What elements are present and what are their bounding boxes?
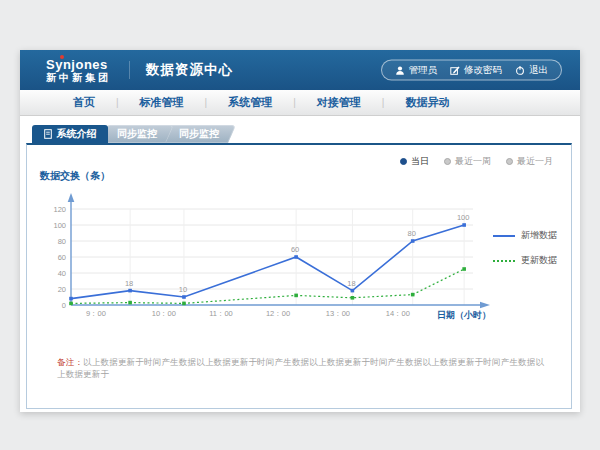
legend-label: 更新数据 [521,254,557,267]
svg-text:60: 60 [291,245,299,254]
change-password-button[interactable]: 修改密码 [450,64,502,77]
admin-label: 管理员 [409,64,438,77]
svg-text:120: 120 [53,205,66,214]
solid-line-swatch [493,235,515,237]
svg-text:80: 80 [58,237,66,246]
nav-item-system-mgmt[interactable]: 系统管理 [207,95,293,110]
user-toolbar: 管理员 修改密码 退出 [381,60,563,81]
footnote-text: 以上数据更新于时间产生数据以上数据更新于时间产生数据以上数据更新于时间产生数据以… [57,357,544,379]
svg-text:13：00: 13：00 [326,309,350,318]
app-header: Synjones 新中新集团 数据资源中心 管理员 修改密码 [20,50,580,90]
svg-text:9：00: 9：00 [86,309,106,318]
svg-text:12：00: 12：00 [266,309,290,318]
nav-item-standard-mgmt[interactable]: 标准管理 [119,95,205,110]
document-icon [44,129,52,139]
tab-sync-monitor-2[interactable]: 同步监控 [166,125,232,143]
svg-text:20: 20 [58,285,66,294]
nav-item-interface-mgmt[interactable]: 对接管理 [296,95,382,110]
svg-text:80: 80 [408,229,416,238]
dotted-line-swatch [493,260,515,262]
page-title: 数据资源中心 [129,61,233,79]
radio-today[interactable]: 当日 [400,155,429,168]
tab-system-intro[interactable]: 系统介绍 [32,125,108,143]
legend-updated-data[interactable]: 更新数据 [493,254,557,267]
tab-label: 同步监控 [117,127,157,141]
footnote: 备注：以上数据更新于时间产生数据以上数据更新于时间产生数据以上数据更新于时间产生… [57,357,552,381]
svg-text:10: 10 [179,285,187,294]
logout-label: 退出 [529,64,548,77]
legend-label: 新增数据 [521,229,557,242]
svg-text:40: 40 [58,269,66,278]
content-area: 系统介绍 同步监控 同步监控 当日 最近一周 [20,116,580,412]
chart-legend: 新增数据 更新数据 [493,229,557,267]
edit-icon [450,65,460,75]
svg-text:10：00: 10：00 [152,309,176,318]
svg-text:100: 100 [457,213,470,222]
svg-text:60: 60 [58,253,66,262]
line-chart: 0204060801001209：0010：0011：0012：0013：001… [45,189,545,334]
brand-logo: Synjones 新中新集团 [46,58,111,83]
y-axis-title: 数据交换（条） [40,169,110,183]
logout-button[interactable]: 退出 [515,64,548,77]
main-nav: 首页 | 标准管理 | 系统管理 | 对接管理 | 数据异动 [20,90,580,116]
radio-label: 最近一周 [455,155,491,168]
svg-text:18: 18 [125,279,133,288]
admin-user-button[interactable]: 管理员 [395,64,438,77]
svg-text:18: 18 [347,279,355,288]
svg-text:100: 100 [53,221,66,230]
radio-label: 当日 [411,155,429,168]
radio-icon [506,158,513,165]
radio-icon [400,158,407,165]
radio-icon [444,158,451,165]
radio-last-month[interactable]: 最近一月 [506,155,553,168]
svg-text:11：00: 11：00 [209,309,233,318]
svg-text:14：00: 14：00 [386,309,410,318]
svg-text:0: 0 [62,301,66,310]
power-icon [515,65,525,75]
tab-sync-monitor-1[interactable]: 同步监控 [104,125,170,143]
chart-panel: 当日 最近一周 最近一月 数据交换（条） 0204060801001209：00… [26,143,572,409]
page-card: Synjones 新中新集团 数据资源中心 管理员 修改密码 [20,50,580,412]
logo-subtext: 新中新集团 [46,73,111,83]
radio-last-week[interactable]: 最近一周 [444,155,491,168]
radio-label: 最近一月 [517,155,553,168]
tab-label: 同步监控 [179,127,219,141]
logo-text: Synjones [46,58,111,71]
logo-red-dot-icon [60,55,64,59]
tab-label: 系统介绍 [57,127,97,141]
svg-text:日期（小时）: 日期（小时） [437,310,491,320]
change-password-label: 修改密码 [464,64,502,77]
tab-strip: 系统介绍 同步监控 同步监控 [32,125,232,143]
legend-new-data[interactable]: 新增数据 [493,229,557,242]
footnote-prefix: 备注： [57,357,83,367]
user-icon [395,65,405,75]
nav-item-data-change[interactable]: 数据异动 [384,95,470,110]
nav-item-home[interactable]: 首页 [52,95,116,110]
period-filter: 当日 最近一周 最近一月 [400,155,553,168]
